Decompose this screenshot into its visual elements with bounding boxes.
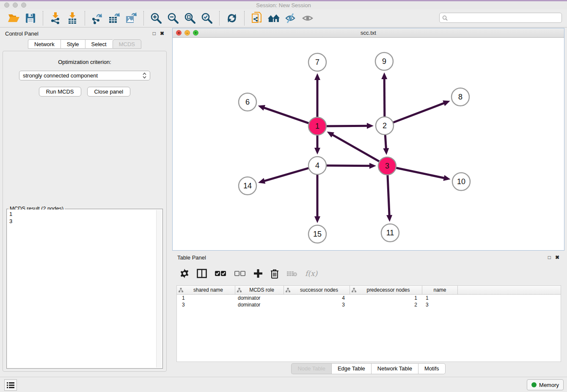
graph-edge-arrowhead	[386, 215, 392, 222]
result-scrollbar[interactable]	[156, 210, 162, 367]
tab-node-table[interactable]: Node Table	[291, 363, 331, 374]
window-minimize-icon[interactable]	[13, 3, 18, 8]
graph-node-label: 14	[243, 182, 252, 190]
search-input[interactable]	[449, 15, 559, 21]
apply-layout-icon[interactable]	[225, 11, 239, 25]
show-all-icon[interactable]	[300, 11, 315, 25]
cell-shared-name: 3	[177, 301, 235, 308]
zoom-in-icon[interactable]	[149, 11, 163, 25]
table-tabs: Node Table Edge Table Network Table Moti…	[172, 363, 564, 374]
table-row[interactable]: 1 dominator 4 1 1	[177, 295, 561, 301]
tab-network-table[interactable]: Network Table	[371, 363, 418, 374]
float-panel-icon[interactable]: □	[153, 30, 156, 36]
table-header-row: shared name MCDS role successor nodes pr…	[177, 286, 561, 295]
graph-edge-2-8[interactable]	[392, 103, 445, 123]
network-maximize-icon[interactable]: +	[193, 30, 198, 36]
column-header-mcds-role[interactable]: MCDS role	[235, 286, 284, 294]
column-header-successor-nodes[interactable]: successor nodes	[284, 286, 350, 294]
tab-mcds[interactable]: MCDS	[113, 39, 141, 49]
graph-node-label: 4	[315, 161, 319, 170]
close-table-panel-icon[interactable]: ✖	[555, 254, 559, 260]
gear-icon[interactable]	[180, 267, 189, 280]
optimization-criterion-select[interactable]: strongly connected component	[19, 71, 150, 80]
window-close-icon[interactable]	[4, 3, 9, 8]
network-close-icon[interactable]: ✕	[176, 30, 182, 36]
graph-node-label: 11	[386, 229, 394, 237]
table-row[interactable]: 3 dominator 3 2 3	[177, 301, 561, 308]
toolbar-separator	[43, 11, 43, 25]
graph-edge-4-14[interactable]	[264, 168, 309, 181]
tab-style[interactable]: Style	[61, 39, 85, 49]
network-minimize-icon[interactable]: –	[184, 30, 190, 36]
mcds-panel-body: Optimization criterion: strongly connect…	[3, 51, 167, 372]
clone-network-icon[interactable]	[250, 11, 264, 25]
network-window-titlebar[interactable]: ✕ – + scc.txt	[173, 28, 564, 38]
status-bar: Memory	[0, 377, 567, 392]
network-view-window: ✕ – + scc.txt 7968124314101511	[172, 28, 564, 251]
select-all-icon[interactable]	[215, 267, 226, 280]
graph-edge-3-1[interactable]	[332, 135, 380, 162]
add-column-icon[interactable]	[253, 267, 263, 280]
export-image-icon[interactable]	[124, 11, 138, 25]
graph-node-label: 8	[458, 93, 462, 101]
close-panel-button[interactable]: Close panel	[87, 87, 131, 97]
first-neighbors-icon[interactable]	[267, 11, 281, 25]
float-table-panel-icon[interactable]: □	[548, 254, 551, 260]
cell-predecessor-nodes: 1	[350, 295, 422, 301]
function-builder-icon: f(x)	[305, 267, 317, 280]
graph-edge-3-11[interactable]	[388, 174, 389, 216]
graph-edge-1-2[interactable]	[325, 126, 368, 126]
export-network-icon[interactable]	[90, 11, 105, 25]
cell-successor-nodes: 4	[284, 295, 350, 301]
column-header-predecessor-nodes[interactable]: predecessor nodes	[350, 286, 422, 294]
graph-edge-4-3[interactable]	[325, 166, 370, 166]
hierarchy-icon	[179, 288, 183, 293]
open-session-icon[interactable]	[6, 11, 21, 25]
hierarchy-icon	[237, 288, 242, 293]
deselect-all-icon[interactable]	[234, 267, 246, 280]
graph-node-label: 2	[383, 121, 387, 130]
control-panel: Control Panel □ ✖ Network Style Select M…	[0, 28, 169, 377]
graph-node-label: 1	[315, 122, 319, 130]
graph-edge-arrowhead	[258, 105, 265, 110]
hide-selected-icon[interactable]	[284, 11, 298, 25]
import-table-icon[interactable]	[65, 11, 80, 25]
toolbar-separator	[85, 11, 85, 25]
graph-edge-3-10[interactable]	[395, 168, 445, 178]
export-table-icon[interactable]	[107, 11, 121, 25]
close-panel-icon[interactable]: ✖	[160, 30, 164, 36]
graph-node-label: 15	[313, 230, 322, 238]
zoom-out-icon[interactable]	[166, 11, 180, 25]
cell-shared-name: 1	[177, 295, 235, 301]
network-window-title: scc.txt	[173, 28, 564, 37]
window-zoom-icon[interactable]	[21, 3, 26, 8]
cell-successor-nodes: 3	[284, 301, 350, 308]
graph-edge-arrowhead	[258, 178, 265, 184]
tab-network[interactable]: Network	[28, 39, 61, 49]
graph-edge-arrowhead	[381, 72, 387, 79]
search-box[interactable]	[439, 13, 562, 23]
column-header-shared-name[interactable]: shared name	[177, 286, 235, 294]
task-history-button[interactable]	[4, 379, 17, 391]
graph-edge-2-3[interactable]	[385, 134, 386, 149]
tab-motifs[interactable]: Motifs	[418, 363, 446, 374]
mcds-result-text[interactable]: 1 3	[7, 210, 162, 368]
zoom-selected-icon[interactable]	[200, 11, 214, 25]
run-mcds-button[interactable]: Run MCDS	[39, 87, 81, 97]
tab-edge-table[interactable]: Edge Table	[331, 363, 371, 374]
graph-edge-arrowhead	[443, 175, 450, 181]
graph-edge-1-6[interactable]	[264, 108, 310, 124]
save-session-icon[interactable]	[23, 11, 38, 25]
split-pane-icon[interactable]	[197, 267, 207, 280]
memory-label: Memory	[539, 382, 559, 388]
delete-column-icon[interactable]	[270, 267, 279, 280]
network-canvas[interactable]: 7968124314101511	[173, 38, 564, 250]
graph-edge-arrowhead	[367, 123, 374, 129]
tab-select[interactable]: Select	[85, 39, 113, 49]
zoom-fit-icon[interactable]	[183, 11, 197, 25]
memory-button[interactable]: Memory	[527, 379, 564, 390]
graph-edge-2-9[interactable]	[384, 78, 385, 118]
graph-node-label: 9	[382, 57, 386, 66]
column-header-name[interactable]: name	[422, 286, 458, 294]
import-network-icon[interactable]	[48, 11, 63, 25]
